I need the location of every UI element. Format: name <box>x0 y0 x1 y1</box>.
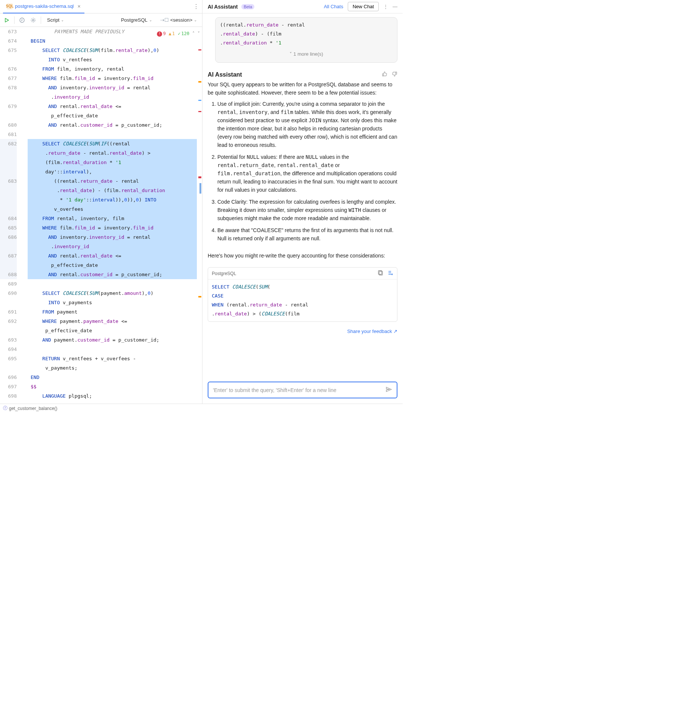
chevron-down-icon: ⌄ <box>194 18 197 22</box>
tab-overflow-icon[interactable]: ⋮ <box>193 3 199 10</box>
copy-icon[interactable] <box>378 270 384 277</box>
code-line[interactable]: p_effective_date <box>28 326 197 335</box>
sql-file-icon: SQL <box>7 3 13 9</box>
ai-text-input[interactable] <box>213 387 385 393</box>
svg-text:P: P <box>21 19 23 22</box>
code-line[interactable]: .inventory_id <box>28 92 197 102</box>
send-icon[interactable] <box>385 386 392 394</box>
code-line[interactable]: SELECT COALESCE(SUM(IF((rental <box>28 139 197 148</box>
ai-point: Potential for NULL values: If there are … <box>217 153 397 194</box>
script-label: Script <box>47 17 59 23</box>
code-line[interactable]: WHERE film.film_id = inventory.film_id <box>28 74 197 83</box>
run-icon[interactable] <box>3 16 10 24</box>
inspection-status[interactable]: !9 ▲1 ✓120 ˄ ˅ <box>155 28 202 39</box>
ai-chat-content: ((rental.return_date - rental .rental_da… <box>202 13 403 379</box>
ai-point: Use of implicit join: Currently, you're … <box>217 100 397 149</box>
code-line[interactable]: .inventory_id <box>28 242 197 251</box>
session-dropdown[interactable]: ⇢☐ <session> ⌄ <box>158 16 199 24</box>
code-line[interactable]: END <box>28 373 197 382</box>
error-count: !9 <box>157 29 165 38</box>
ai-rewrite-intro: Here's how you might re-write the query … <box>202 250 403 263</box>
feedback-link[interactable]: Share your feedback ↗ <box>202 327 403 336</box>
code-line[interactable]: AND inventory.inventory_id = rental <box>28 232 197 242</box>
ai-header: AI Assistant Beta All Chats New Chat ⋮ — <box>202 0 403 13</box>
code-line[interactable]: .return_date - rental.rental_date) > <box>28 148 197 158</box>
insert-icon[interactable] <box>387 270 393 277</box>
chevron-down-icon: ⌄ <box>149 18 152 22</box>
ai-point: Code Clarity: The expression for calcula… <box>217 198 397 222</box>
tab-filename: postgres-sakila-schema.sql <box>15 3 74 9</box>
code-area[interactable]: PAYMENTS MADE PREVIOUSLYBEGIN SELECT COA… <box>28 27 197 404</box>
code-line[interactable]: AND rental.customer_id = p_customer_id; <box>28 120 197 130</box>
chevron-down-icon: ⌄ <box>61 18 64 22</box>
ai-message-title: AI Assistant <box>208 71 242 78</box>
code-line[interactable] <box>28 279 197 289</box>
code-line[interactable]: ((rental.return_date - rental <box>28 176 197 186</box>
code-line[interactable]: RETURN v_rentfees + v_overfees - <box>28 354 197 363</box>
ai-message-header: AI Assistant <box>202 68 403 80</box>
code-line[interactable]: INTO v_rentfees <box>28 55 197 64</box>
code-line[interactable]: v_payments; <box>28 363 197 373</box>
fold-gutter <box>22 27 28 404</box>
beta-badge: Beta <box>241 4 254 9</box>
settings-icon[interactable] <box>30 16 37 24</box>
status-function: get_customer_balance() <box>9 406 57 411</box>
code-line[interactable]: FROM film, inventory, rental <box>28 64 197 74</box>
status-bar: ⓡ get_customer_balance() <box>0 404 403 413</box>
code-line[interactable] <box>28 345 197 354</box>
file-tab[interactable]: SQL postgres-sakila-schema.sql × <box>3 0 84 13</box>
code-line[interactable]: AND payment.customer_id = p_customer_id; <box>28 335 197 345</box>
line-gutter: 6736746756766776786796806816826836846856… <box>0 27 22 404</box>
svg-point-2 <box>32 19 34 21</box>
code-line[interactable]: day'::interval), <box>28 167 197 176</box>
thumbs-down-icon[interactable] <box>391 71 397 78</box>
code-line[interactable]: p_effective_date <box>28 111 197 120</box>
dialect-label: PostgreSQL <box>121 17 148 23</box>
snippet-lang: PostgreSQL <box>212 271 236 276</box>
code-line[interactable]: AND rental.customer_id = p_customer_id; <box>28 270 197 279</box>
code-line[interactable]: AND rental.rental_date <= <box>28 102 197 111</box>
expand-snippet[interactable]: 1 more line(s) <box>220 47 393 59</box>
ok-count: ✓120 <box>178 29 189 38</box>
ai-code-snippet: PostgreSQL SELECT COALESCE(SUM( CASE WHE… <box>208 267 397 322</box>
chevron-up-icon[interactable]: ˄ <box>192 29 195 38</box>
session-label: <session> <box>170 17 192 23</box>
new-chat-button[interactable]: New Chat <box>348 2 379 11</box>
dialect-dropdown[interactable]: PostgreSQL ⌄ <box>119 16 154 24</box>
close-icon[interactable]: × <box>78 3 81 9</box>
ai-message-body: Your SQL query appears to be written for… <box>202 80 403 250</box>
code-line[interactable]: INTO v_payments <box>28 298 197 307</box>
code-line[interactable]: WHERE film.film_id = inventory.film_id <box>28 223 197 232</box>
editor-toolbar: P Script ⌄ PostgreSQL ⌄ ⇢☐ <session> ⌄ <box>0 13 202 27</box>
ai-intro: Your SQL query appears to be written for… <box>208 80 397 97</box>
explain-plan-icon[interactable]: P <box>18 16 26 24</box>
code-line[interactable]: p_effective_date <box>28 260 197 270</box>
thumbs-up-icon[interactable] <box>382 71 388 78</box>
ai-input[interactable] <box>208 382 397 398</box>
code-line[interactable]: .rental_date) - (film.rental_duration <box>28 186 197 195</box>
code-line[interactable]: SELECT COALESCE(SUM(payment.amount),0) <box>28 289 197 298</box>
code-line[interactable]: $$ <box>28 382 197 391</box>
code-line[interactable]: v_overfees <box>28 204 197 214</box>
code-line[interactable]: FROM rental, inventory, film <box>28 214 197 223</box>
tab-bar: SQL postgres-sakila-schema.sql × ⋮ <box>0 0 202 13</box>
more-icon[interactable]: ⋮ <box>383 4 388 9</box>
code-line[interactable]: WHERE payment.payment_date <= <box>28 317 197 326</box>
code-line[interactable]: AND inventory.inventory_id = rental <box>28 83 197 92</box>
code-line[interactable]: SELECT COALESCE(SUM(film.rental_rate),0) <box>28 46 197 55</box>
code-line[interactable]: (film.rental_duration * '1 <box>28 158 197 167</box>
all-chats-link[interactable]: All Chats <box>324 4 343 9</box>
code-line[interactable]: * '1 day'::interval)),0)),0) INTO <box>28 195 197 204</box>
script-dropdown[interactable]: Script ⌄ <box>45 16 66 24</box>
minimize-icon[interactable]: — <box>393 4 397 9</box>
code-line[interactable]: AND rental.rental_date <= <box>28 251 197 260</box>
code-line[interactable]: FROM payment <box>28 307 197 317</box>
code-line[interactable] <box>28 130 197 139</box>
code-editor[interactable]: 6736746756766776786796806816826836846856… <box>0 27 202 404</box>
marker-strip <box>197 27 202 404</box>
ai-input-area <box>202 379 403 404</box>
editor-pane: SQL postgres-sakila-schema.sql × ⋮ P Scr… <box>0 0 202 404</box>
code-line[interactable]: LANGUAGE plpgsql; <box>28 391 197 401</box>
chevron-down-icon[interactable]: ˅ <box>198 29 200 38</box>
function-icon: ⓡ <box>3 405 7 411</box>
